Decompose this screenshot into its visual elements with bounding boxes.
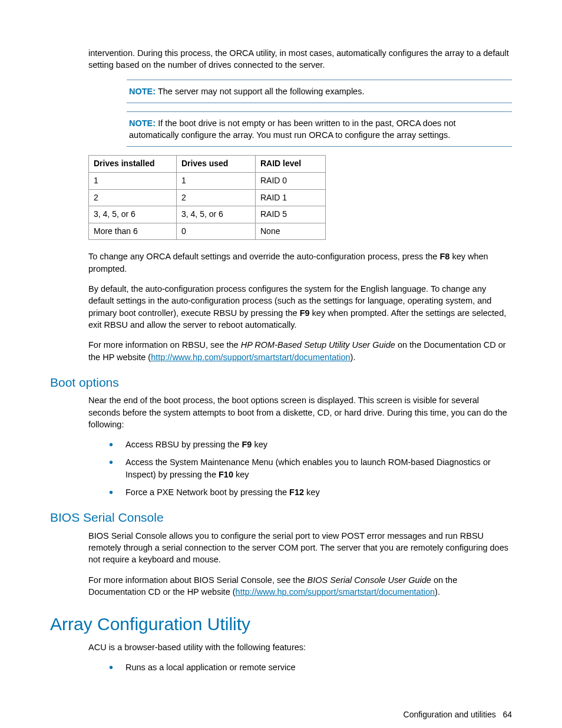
- text: key: [233, 470, 249, 479]
- table-row: More than 6 0 None: [89, 223, 326, 240]
- acu-heading: Array Configuration Utility: [50, 612, 512, 637]
- rbsu-info-paragraph: For more information on RBSU, see the HP…: [50, 339, 512, 363]
- text: Access RBSU by pressing the: [125, 440, 242, 449]
- table-row: 1 1 RAID 0: [89, 173, 326, 190]
- note-text: If the boot drive is not empty or has be…: [129, 118, 456, 140]
- key-f9: F9: [242, 440, 252, 449]
- td: 3, 4, 5, or 6: [177, 206, 256, 223]
- text: Access the System Maintenance Menu (whic…: [125, 457, 491, 479]
- td: RAID 1: [256, 189, 326, 206]
- text: ).: [351, 353, 356, 362]
- td: 2: [177, 189, 256, 206]
- change-orca-paragraph: To change any ORCA default settings and …: [50, 251, 512, 275]
- th-raid-level: RAID level: [256, 156, 326, 173]
- acu-intro: ACU is a browser-based utility with the …: [50, 641, 512, 653]
- td: 1: [177, 173, 256, 190]
- table-row: 2 2 RAID 1: [89, 189, 326, 206]
- note-text: The server may not support all the follo…: [156, 87, 364, 96]
- td: 1: [89, 173, 177, 190]
- text: key: [304, 487, 320, 497]
- note-box-2: NOTE: If the boot drive is not empty or …: [127, 111, 512, 147]
- text: For more information on RBSU, see the: [88, 340, 241, 350]
- bios-link[interactable]: http://www.hp.com/support/smartstart/doc…: [236, 587, 435, 597]
- auto-config-paragraph: By default, the auto-configuration proce…: [50, 283, 512, 331]
- list-item: Force a PXE Network boot by pressing the…: [109, 486, 512, 498]
- td: RAID 0: [256, 173, 326, 190]
- key-f12: F12: [289, 487, 304, 497]
- boot-options-intro: Near the end of the boot process, the bo…: [50, 394, 512, 430]
- intro-paragraph: intervention. During this process, the O…: [50, 47, 512, 71]
- footer-section: Configuration and utilities: [404, 710, 496, 719]
- td: RAID 5: [256, 206, 326, 223]
- key-f9: F9: [300, 308, 310, 318]
- boot-options-heading: Boot options: [50, 374, 512, 391]
- page-footer: Configuration and utilities 64: [50, 709, 512, 721]
- key-f8: F8: [439, 252, 449, 261]
- list-item: Runs as a local application or remote se…: [109, 661, 512, 673]
- boot-options-list: Access RBSU by pressing the F9 key Acces…: [50, 439, 512, 498]
- bios-paragraph-1: BIOS Serial Console allows you to config…: [50, 530, 512, 566]
- note-label: NOTE:: [129, 87, 156, 96]
- th-drives-used: Drives used: [177, 156, 256, 173]
- table-header-row: Drives installed Drives used RAID level: [89, 156, 326, 173]
- bios-serial-heading: BIOS Serial Console: [50, 509, 512, 526]
- bios-paragraph-2: For more information about BIOS Serial C…: [50, 574, 512, 598]
- raid-table: Drives installed Drives used RAID level …: [88, 155, 326, 240]
- th-drives-installed: Drives installed: [89, 156, 177, 173]
- key-f10: F10: [219, 470, 233, 479]
- footer-page-number: 64: [503, 710, 512, 719]
- note-label: NOTE:: [129, 118, 156, 128]
- text: ).: [435, 587, 440, 597]
- td: None: [256, 223, 326, 240]
- table-row: 3, 4, 5, or 6 3, 4, 5, or 6 RAID 5: [89, 206, 326, 223]
- text: To change any ORCA default settings and …: [88, 252, 439, 261]
- td: More than 6: [89, 223, 177, 240]
- rbsu-link[interactable]: http://www.hp.com/support/smartstart/doc…: [151, 353, 350, 362]
- list-item: Access RBSU by pressing the F9 key: [109, 439, 512, 450]
- text: key: [252, 440, 267, 449]
- td: 0: [177, 223, 256, 240]
- td: 2: [89, 189, 177, 206]
- list-item: Access the System Maintenance Menu (whic…: [109, 456, 512, 480]
- td: 3, 4, 5, or 6: [89, 206, 177, 223]
- guide-title: BIOS Serial Console User Guide: [308, 575, 431, 585]
- note-box-1: NOTE: The server may not support all the…: [127, 80, 512, 103]
- guide-title: HP ROM-Based Setup Utility User Guide: [241, 340, 395, 350]
- text: Force a PXE Network boot by pressing the: [125, 487, 289, 497]
- text: For more information about BIOS Serial C…: [88, 575, 308, 585]
- acu-list: Runs as a local application or remote se…: [50, 661, 512, 673]
